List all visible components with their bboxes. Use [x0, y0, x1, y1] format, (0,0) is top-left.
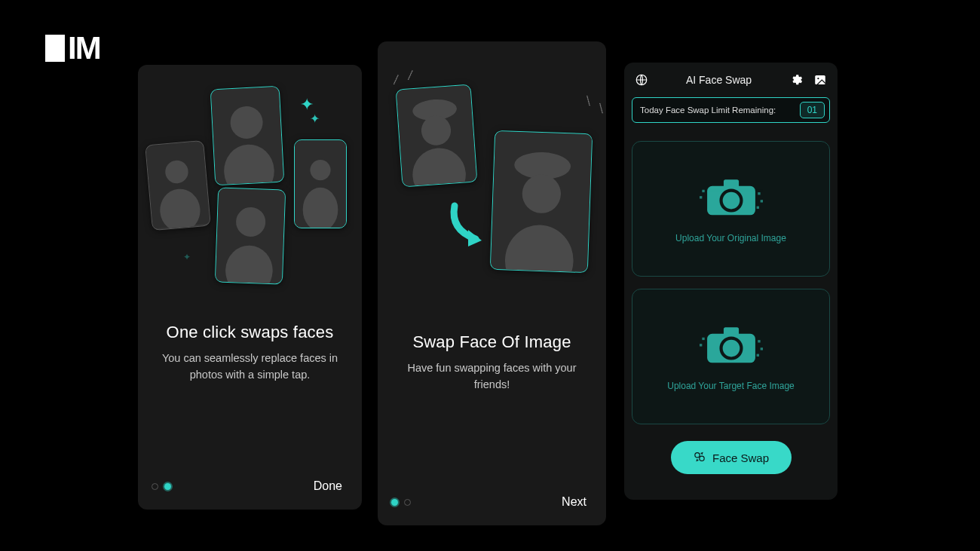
onboarding-title: One click swaps faces	[138, 323, 362, 342]
next-button[interactable]: Next	[556, 492, 593, 512]
svg-rect-29	[760, 200, 762, 202]
result-photo	[490, 130, 593, 273]
svg-rect-34	[702, 338, 704, 340]
accent-mark-icon: ⟋⟋	[386, 64, 420, 90]
svg-rect-28	[758, 192, 760, 194]
face-swap-button[interactable]: Face Swap	[671, 441, 792, 474]
usage-limit-bar: Today Face Swap Limit Remaining: 01	[632, 97, 830, 123]
upload-target-box[interactable]: Upload Your Target Face Image	[632, 289, 830, 424]
page-dots	[391, 499, 411, 506]
accent-mark-icon: ⟋⟋	[577, 90, 606, 120]
upload-original-label: Upload Your Original Image	[675, 233, 786, 243]
done-button[interactable]: Done	[308, 476, 348, 496]
page-dot[interactable]	[404, 499, 411, 506]
app-main-screen: AI Face Swap Today Face Swap Limit Remai…	[624, 63, 838, 500]
face-swap-button-label: Face Swap	[712, 452, 769, 464]
svg-rect-24	[723, 179, 738, 188]
swap-preview: ⟋⟋ ⟋⟋	[378, 41, 606, 283]
page-dot[interactable]	[152, 483, 158, 490]
gear-icon[interactable]	[789, 73, 803, 87]
onboarding-subtitle: Have fun swapping faces with your friend…	[378, 360, 606, 393]
logo-mark	[45, 35, 65, 62]
svg-rect-30	[756, 207, 758, 209]
svg-point-7	[310, 160, 330, 180]
brand-logo: IM	[45, 30, 100, 66]
sample-photos-collage: ✦ ✦ ✦	[138, 65, 362, 291]
svg-point-22	[817, 78, 819, 79]
svg-rect-27	[700, 196, 702, 198]
svg-rect-32	[723, 327, 738, 336]
sample-photo	[210, 86, 285, 186]
svg-rect-35	[700, 344, 702, 346]
sparkle-icon: ✦	[183, 252, 191, 262]
limit-label: Today Face Swap Limit Remaining:	[640, 106, 776, 115]
svg-rect-21	[815, 75, 825, 84]
app-title: AI Face Swap	[686, 74, 752, 86]
page-dot-active[interactable]	[164, 483, 171, 490]
camera-icon	[700, 322, 763, 370]
swap-arrow-icon	[446, 200, 498, 256]
face-swap-icon	[693, 450, 706, 466]
svg-point-39	[695, 452, 700, 457]
svg-rect-38	[756, 354, 758, 357]
upload-original-box[interactable]: Upload Your Original Image	[632, 141, 830, 277]
svg-rect-26	[702, 190, 704, 192]
upload-target-label: Upload Your Target Face Image	[667, 381, 795, 391]
svg-rect-37	[760, 347, 762, 350]
logo-text: IM	[68, 30, 100, 66]
page-dot-active[interactable]	[391, 499, 398, 506]
app-header: AI Face Swap	[624, 63, 838, 93]
svg-rect-36	[758, 340, 760, 342]
onboarding-screen-2: ⟋⟋ ⟋⟋ Swap Face Of Image Have fun swappi…	[378, 41, 606, 525]
sparkle-icon: ✦	[310, 112, 320, 126]
globe-icon[interactable]	[635, 73, 648, 87]
limit-count: 01	[800, 102, 825, 118]
sample-photo	[215, 187, 286, 284]
sample-photo	[145, 140, 211, 231]
sample-photo	[294, 139, 347, 228]
camera-icon	[700, 174, 763, 222]
onboarding-screen-1: ✦ ✦ ✦ One click swaps faces You can seam…	[138, 65, 362, 510]
page-dots	[152, 483, 171, 490]
onboarding-title: Swap Face Of Image	[378, 332, 606, 352]
svg-point-40	[700, 456, 704, 461]
onboarding-subtitle: You can seamlessly replace faces in phot…	[138, 350, 362, 384]
gallery-icon[interactable]	[813, 73, 827, 87]
source-photo	[396, 84, 478, 188]
